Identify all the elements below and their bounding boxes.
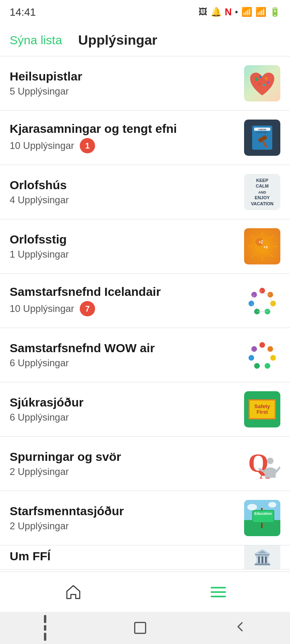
svg-point-1	[259, 76, 262, 78]
item-title: Kjarasamningar og tengt efni	[10, 122, 238, 136]
svg-point-42	[265, 363, 270, 369]
svg-line-34	[267, 306, 273, 312]
list-item[interactable]: Samstarfsnefnd WOW air 6 Upplýsingar	[0, 328, 290, 382]
svg-point-3	[267, 81, 269, 84]
svg-line-18	[270, 254, 273, 257]
item-thumbnail: UNION CONTRACT	[244, 120, 280, 156]
list-item[interactable]: Orlofsstig 1 Upplýsingar	[0, 219, 290, 274]
page-title: Upplýsingar	[78, 32, 157, 48]
item-title: Orlofshús	[10, 178, 238, 192]
svg-text:CONTRACT: CONTRACT	[257, 131, 268, 134]
list-item[interactable]: Orlofshús 4 Upplýsingar KEEPCALMANDENJOY…	[0, 165, 290, 219]
list-item[interactable]: Kjarasamningar og tengt efni 10 Upplýsin…	[0, 111, 290, 165]
svg-point-2	[265, 77, 268, 80]
header: Sýna lista Upplýsingar	[0, 24, 290, 56]
item-title: Heilsupistlar	[10, 70, 238, 83]
item-thumbnail	[244, 337, 280, 373]
item-title: Starfsmenntasjóður	[10, 504, 238, 518]
item-count: 10 Upplýsingar	[10, 140, 74, 151]
svg-point-4	[258, 83, 260, 85]
list-item[interactable]: Heilsupistlar 5 Upplýsingar	[0, 56, 290, 111]
svg-point-44	[249, 355, 254, 361]
svg-point-57	[247, 504, 257, 510]
notification-icon: 🔔	[211, 7, 222, 17]
svg-line-50	[276, 468, 280, 472]
list-item[interactable]: Spurningar og svör 2 Upplýsingar Q A	[0, 437, 290, 491]
home-system-button[interactable]	[134, 622, 146, 634]
item-thumbnail: +2 +3	[244, 228, 280, 264]
time-label: 14:41	[10, 6, 36, 19]
item-count: 6 Upplýsingar	[10, 412, 69, 423]
system-nav-bar	[0, 612, 290, 644]
svg-point-0	[255, 78, 258, 81]
list-item[interactable]: Sjúkrasjóður 6 Upplýsingar SafetyFirst	[0, 382, 290, 437]
item-thumbnail	[244, 283, 280, 319]
svg-point-39	[259, 342, 265, 348]
wifi-icon: 📶	[241, 7, 252, 17]
item-title: Spurningar og svör	[10, 450, 238, 464]
gallery-icon: 🖼	[199, 7, 207, 17]
back-link[interactable]: Sýna lista	[10, 33, 62, 47]
status-icons: 🖼 🔔 N • 📶 📶 🔋	[199, 6, 280, 18]
dot-icon: •	[235, 7, 238, 17]
item-count: 5 Upplýsingar	[10, 86, 69, 97]
item-thumbnail: 🏛️	[244, 545, 280, 570]
status-bar: 14:41 🖼 🔔 N • 📶 📶 🔋	[0, 0, 290, 24]
item-count: 2 Upplýsingar	[10, 466, 69, 477]
category-list: Heilsupistlar 5 Upplýsingar Kjarasamning…	[0, 56, 290, 572]
netflix-icon: N	[225, 6, 232, 18]
svg-point-58	[268, 502, 276, 508]
item-count: 10 Upplýsingar	[10, 303, 74, 314]
back-system-button[interactable]	[234, 621, 246, 636]
recent-apps-button[interactable]	[44, 615, 46, 641]
svg-point-40	[267, 346, 273, 352]
svg-text:+3: +3	[263, 245, 267, 249]
list-item[interactable]: Starfsmenntasjóður 2 Upplýsingar Educati…	[0, 491, 290, 545]
list-item[interactable]: Um FFÍ 🏛️	[0, 545, 290, 570]
svg-text:UNION: UNION	[258, 128, 266, 131]
svg-text:+2: +2	[259, 240, 263, 244]
menu-nav-button[interactable]	[195, 583, 242, 601]
item-thumbnail: Education	[244, 500, 280, 536]
item-thumbnail: Q A	[244, 446, 280, 482]
svg-line-20	[270, 235, 273, 238]
svg-text:Education: Education	[254, 512, 272, 516]
item-title: Samstarfsnefnd Icelandair	[10, 285, 238, 299]
notification-badge: 7	[80, 301, 95, 316]
item-thumbnail: KEEPCALMANDENJOYVACATION	[244, 174, 280, 210]
item-count: 1 Upplýsingar	[10, 249, 69, 260]
item-title: Sjúkrasjóður	[10, 396, 238, 409]
item-thumbnail: SafetyFirst	[244, 391, 280, 427]
svg-point-43	[254, 363, 260, 369]
item-count: 2 Upplýsingar	[10, 520, 69, 532]
svg-point-45	[251, 346, 257, 352]
item-count: 4 Upplýsingar	[10, 194, 69, 206]
svg-point-5	[263, 84, 265, 86]
battery-icon: 🔋	[269, 7, 280, 17]
svg-point-41	[270, 355, 276, 361]
notification-badge: 1	[80, 138, 95, 153]
item-title: Orlofsstig	[10, 233, 238, 246]
list-item[interactable]: Samstarfsnefnd Icelandair 10 Upplýsingar…	[0, 274, 290, 328]
item-title: Um FFÍ	[10, 549, 238, 563]
svg-line-17	[251, 235, 254, 238]
svg-line-19	[251, 254, 254, 257]
signal-icon: 📶	[255, 7, 266, 17]
item-thumbnail	[244, 65, 280, 101]
svg-point-48	[267, 458, 273, 464]
home-nav-button[interactable]	[48, 579, 98, 605]
hamburger-icon	[211, 587, 226, 597]
safety-sign: SafetyFirst	[249, 399, 276, 419]
item-title: Samstarfsnefnd WOW air	[10, 341, 238, 355]
bottom-nav	[0, 572, 290, 612]
item-count: 6 Upplýsingar	[10, 357, 69, 369]
